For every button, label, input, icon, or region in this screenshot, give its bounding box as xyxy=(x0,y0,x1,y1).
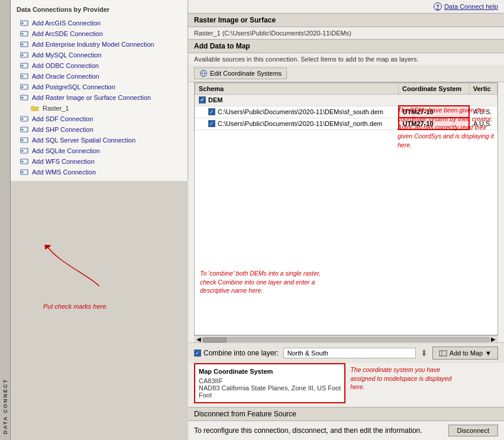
sidebar-item-shp[interactable]: Add SHP Connection xyxy=(11,124,188,135)
sidebar-item-odbc[interactable]: Add ODBC Connection xyxy=(11,60,188,71)
add-data-desc: Available sources in this connection. Se… xyxy=(188,53,504,65)
add-data-header: Add Data to Map xyxy=(188,39,504,53)
row1-path: C:\Users\Public\Documents\2020-11\DEMs\s… xyxy=(218,108,383,115)
sidebar-item-arcgis[interactable]: Add ArcGIS Connection xyxy=(11,18,188,28)
add-to-map-dropdown-icon[interactable]: ▼ xyxy=(485,350,492,357)
scroll-thumb[interactable] xyxy=(203,338,227,342)
connection-icon-oracle xyxy=(20,72,28,80)
horizontal-scrollbar[interactable]: ◀ ▶ xyxy=(194,335,498,342)
sidebar-item-raster[interactable]: Add Raster Image or Surface Connection xyxy=(11,92,188,103)
sidebar-item-label-postgresql: Add PostgreSQL Connection xyxy=(32,83,115,90)
toolbar: Edit Coordinate Systems xyxy=(188,65,504,82)
svg-point-17 xyxy=(22,118,24,120)
row2-checkbox[interactable] xyxy=(208,120,215,127)
connection-icon-wfs xyxy=(20,157,28,166)
map-icon xyxy=(439,349,447,357)
disconnect-btn[interactable]: Disconnect xyxy=(448,425,498,436)
row1-checkbox[interactable] xyxy=(208,108,215,115)
sidebar-item-arcsde[interactable]: Add ArcSDE Connection xyxy=(11,28,188,39)
map-coord-box: Map Coordinate System CA83IIF NAD83 Cali… xyxy=(194,363,345,403)
connection-icon-odbc xyxy=(20,62,28,70)
sidebar-item-label-arcgis: Add ArcGIS Connection xyxy=(32,20,101,27)
raster-section-header: Raster Image or Surface xyxy=(188,13,504,27)
connection-icon-shp xyxy=(20,125,28,134)
sidebar-folder-raster1[interactable]: Raster_1 xyxy=(11,103,188,114)
sidebar-item-label-arcsde: Add ArcSDE Connection xyxy=(32,30,103,37)
sidebar-item-label-mysql: Add MySQL Connection xyxy=(32,51,102,59)
group-checkbox-dem[interactable] xyxy=(199,96,206,103)
connection-icon-raster xyxy=(20,93,28,102)
sidebar: Data Connections by Provider Add ArcGIS … xyxy=(11,0,188,181)
col-schema: Schema xyxy=(195,83,399,95)
vertical-label: DATA CONNECT xyxy=(2,378,8,434)
connection-icon-mysql xyxy=(20,51,28,59)
globe-icon xyxy=(199,69,208,77)
sidebar-item-label-sdf: Add SDF Connection xyxy=(32,115,93,122)
connection-icon-sdf xyxy=(20,115,28,123)
connection-icon xyxy=(20,19,28,27)
svg-point-21 xyxy=(22,140,24,141)
add-to-map-label: Add to Map xyxy=(450,350,483,357)
combine-annotation: To 'combine' both DEMs into a single ras… xyxy=(200,269,336,295)
raster-path: Raster_1 (C:\Users\Public\Documents\2020… xyxy=(188,27,504,39)
add-to-map-btn[interactable]: Add to Map ▼ xyxy=(432,347,498,360)
scroll-right-btn[interactable]: ▶ xyxy=(490,336,497,342)
map-coord-line1: CA83IIF xyxy=(199,377,341,384)
map-coord-title: Map Coordinate System xyxy=(199,368,341,375)
connection-icon-arcsde xyxy=(20,30,28,38)
combine-arrow-icon: ⬇ xyxy=(421,348,428,358)
edit-coord-systems-btn[interactable]: Edit Coordinate Systems xyxy=(194,67,287,79)
sidebar-item-sqlserver[interactable]: Add SQL Server Spatial Connection xyxy=(11,135,188,145)
svg-rect-31 xyxy=(440,351,447,356)
connection-icon-sqlite xyxy=(20,147,28,155)
sidebar-item-wms[interactable]: Add WMS Connection xyxy=(11,167,188,177)
col-vertic: Vertic xyxy=(469,83,497,95)
combine-label: Combine into one layer: xyxy=(203,349,279,357)
connection-icon-postgresql xyxy=(20,83,28,91)
svg-point-15 xyxy=(22,97,24,99)
content-header: ? Data Connect help xyxy=(188,0,504,13)
left-strip: DATA CONNECT xyxy=(0,0,11,440)
row2-path: C:\Users\Public\Documents\2020-11\DEMs\s… xyxy=(218,120,382,127)
svg-point-11 xyxy=(22,76,24,77)
sidebar-item-label-enterprise: Add Enterprise Industry Model Connection xyxy=(32,41,154,48)
svg-point-19 xyxy=(22,129,24,131)
sidebar-item-enterprise[interactable]: Add Enterprise Industry Model Connection xyxy=(11,39,188,50)
sidebar-title: Data Connections by Provider xyxy=(11,4,188,18)
disconnect-section-header: Disconnect from Feature Source xyxy=(188,407,504,421)
edit-coord-label: Edit Coordinate Systems xyxy=(210,70,282,77)
sidebar-item-postgresql[interactable]: Add PostgreSQL Connection xyxy=(11,82,188,92)
help-label: Data Connect help xyxy=(444,3,498,10)
group-label-dem: DEM xyxy=(208,96,222,103)
connection-icon-enterprise xyxy=(20,40,28,48)
help-link[interactable]: ? Data Connect help xyxy=(434,2,498,11)
map-coord-row: Map Coordinate System CA83IIF NAD83 Cali… xyxy=(188,363,504,407)
scroll-left-btn[interactable]: ◀ xyxy=(195,336,202,342)
sidebar-item-label-sqlite: Add SQLite Connection xyxy=(32,147,100,154)
map-coord-line3: Foot xyxy=(199,392,341,399)
svg-point-1 xyxy=(22,22,24,24)
svg-point-9 xyxy=(22,65,24,67)
svg-point-13 xyxy=(22,86,24,88)
row2-schema: C:\Users\Public\Documents\2020-11\DEMs\s… xyxy=(195,118,399,130)
sidebar-item-label-wms: Add WMS Connection xyxy=(32,169,96,176)
sidebar-item-label-raster: Add Raster Image or Surface Connection xyxy=(32,94,151,101)
sidebar-item-label-oracle: Add Oracle Connection xyxy=(32,73,99,80)
sidebar-item-oracle[interactable]: Add Oracle Connection xyxy=(11,71,188,82)
disconnect-desc: To reconfigure this connection, disconne… xyxy=(194,426,422,435)
sidebar-item-mysql[interactable]: Add MySQL Connection xyxy=(11,50,188,60)
svg-point-3 xyxy=(22,33,24,35)
sidebar-item-wfs[interactable]: Add WFS Connection xyxy=(11,156,188,167)
svg-point-23 xyxy=(22,150,24,152)
sidebar-folder-label: Raster_1 xyxy=(43,105,69,112)
svg-point-7 xyxy=(22,54,24,56)
sidebar-item-sqlite[interactable]: Add SQLite Connection xyxy=(11,145,188,156)
content-panel: ? Data Connect help Raster Image or Surf… xyxy=(188,0,504,440)
folder-icon xyxy=(31,104,39,112)
combine-checkbox[interactable] xyxy=(194,350,201,357)
sidebar-item-label-odbc: Add ODBC Connection xyxy=(32,62,99,69)
combine-bar: Combine into one layer: ⬇ Add to Map ▼ xyxy=(188,342,504,363)
sidebar-item-sdf[interactable]: Add SDF Connection xyxy=(11,114,188,124)
combine-input[interactable] xyxy=(283,348,416,358)
connection-icon-sqlserver xyxy=(20,136,28,144)
